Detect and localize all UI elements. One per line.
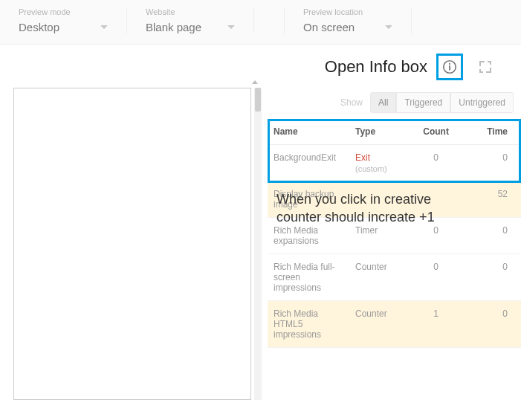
event-type: Counter [349,301,409,348]
filter-triggered[interactable]: Triggered [396,92,450,113]
event-time: 0 [463,301,521,348]
creative-scrollbar[interactable] [254,88,262,400]
event-name: BackgroundExit [268,145,349,181]
events-filter-bar: Show All Triggered Untriggered [268,89,521,119]
info-bar-title: Open Info box [325,57,427,77]
events-pane: Show All Triggered Untriggered Name Type… [268,88,521,420]
event-count: 0 [409,254,463,301]
event-time: 0 [463,145,521,181]
table-row[interactable]: Rich Media HTML5 impressionsCounter10 [268,301,521,348]
table-row[interactable]: BackgroundExitExit(custom)00 [268,145,521,181]
svg-rect-2 [449,65,450,70]
events-table: Name Type Count Time BackgroundExitExit(… [268,119,521,348]
chevron-down-icon [100,25,108,29]
event-type: Exit(custom) [349,145,409,181]
show-label: Show [340,97,363,108]
event-time: 0 [463,254,521,301]
preview-toolbar: Preview mode Desktop Website Blank page … [0,0,521,45]
creative-preview-pane [0,88,268,420]
preview-location-value: On screen [303,21,355,33]
col-count: Count [409,119,463,145]
chevron-down-icon [227,25,235,29]
preview-mode-dropdown[interactable]: Preview mode Desktop [0,7,127,33]
col-time: Time [463,119,521,145]
event-type: Counter [349,254,409,301]
fullscreen-button[interactable] [472,54,499,80]
scrollbar-up-button[interactable] [251,77,259,86]
event-time: 52 [463,181,521,218]
filter-all[interactable]: All [370,92,396,113]
fullscreen-icon [479,61,491,73]
events-table-header-row: Name Type Count Time [268,119,521,145]
event-time: 0 [463,218,521,254]
body-split: Show All Triggered Untriggered Name Type… [0,88,521,420]
website-label: Website [146,7,235,16]
chevron-down-icon [385,25,392,29]
event-count: 1 [409,301,463,348]
event-name: Rich Media full-screen impressions [268,254,349,301]
preview-location-label: Preview location [303,7,392,16]
creative-frame[interactable] [13,88,251,400]
filter-untriggered[interactable]: Untriggered [450,92,514,113]
website-value: Blank page [146,21,201,33]
preview-mode-value: Desktop [19,21,59,33]
preview-mode-label: Preview mode [19,7,108,16]
website-dropdown[interactable]: Website Blank page [127,7,254,33]
event-name: Rich Media HTML5 impressions [268,301,349,348]
preview-location-dropdown[interactable]: Preview location On screen [284,7,412,33]
annotation-overlay: When you click in creative counter shoul… [276,190,435,227]
annotation-line-2: counter should increate +1 [276,208,435,226]
event-type-sub: (custom) [355,164,403,173]
col-name: Name [268,119,349,145]
scrollbar-thumb[interactable] [255,88,261,112]
event-count: 0 [409,145,463,181]
info-bar: Open Info box [0,45,521,88]
svg-point-1 [449,63,450,65]
table-row[interactable]: Rich Media full-screen impressionsCounte… [268,254,521,301]
info-button[interactable] [436,54,463,80]
annotation-line-1: When you click in creative [276,190,435,208]
info-icon [441,59,458,75]
col-type: Type [349,119,409,145]
